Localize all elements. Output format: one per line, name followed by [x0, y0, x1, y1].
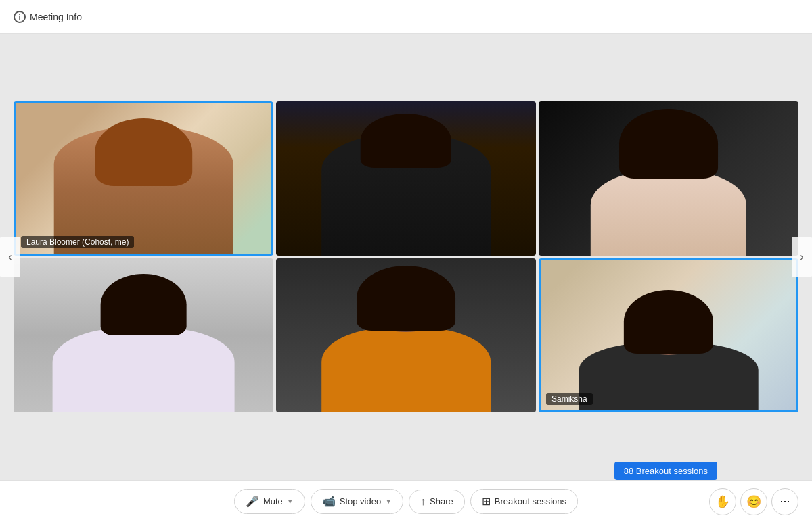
video-grid: Laura Bloomer (Cohost, me)	[14, 101, 798, 412]
toolbar: 🎤 Mute ▼ 📹 Stop video ▼ ↑ Share ⊞ Breako…	[0, 480, 812, 522]
person-body-3	[591, 171, 746, 256]
person-hair-3	[619, 109, 718, 179]
person-body-4	[53, 328, 235, 412]
meeting-info-button[interactable]: i Meeting Info	[8, 8, 87, 26]
emoji-button[interactable]: 😊	[740, 488, 767, 515]
left-arrow-icon: ‹	[8, 251, 12, 263]
nav-arrow-left[interactable]: ‹	[0, 237, 20, 277]
top-bar: i Meeting Info	[0, 0, 812, 34]
stop-video-label: Stop video	[340, 496, 381, 506]
tile-bg-laura	[16, 103, 271, 254]
video-tile-participant5	[276, 258, 536, 412]
tile-bg-4	[14, 258, 273, 412]
breakout-label: Breakout sessions	[636, 466, 708, 476]
more-options-icon: ···	[780, 494, 790, 508]
breakout-sessions-badge: 88 Breakout sessions	[614, 462, 717, 480]
share-icon: ↑	[420, 496, 426, 508]
stop-video-button[interactable]: 📹 Stop video ▼	[311, 489, 403, 514]
camera-icon: 📹	[322, 495, 336, 508]
mute-label: Mute	[263, 496, 283, 506]
video-tile-participant3	[539, 101, 798, 256]
tile-bg-5	[276, 258, 536, 412]
video-tile-samiksha: Samiksha	[539, 258, 798, 412]
share-button[interactable]: ↑ Share	[409, 490, 465, 514]
right-arrow-icon: ›	[800, 251, 803, 263]
person-hair-samiksha	[624, 290, 713, 353]
info-icon: i	[14, 11, 26, 23]
person-hair	[95, 118, 192, 186]
video-tile-laura: Laura Bloomer (Cohost, me)	[14, 101, 273, 256]
meeting-info-label: Meeting Info	[30, 11, 82, 22]
breakout-count: 88	[624, 466, 633, 476]
person-hair-5	[357, 266, 455, 331]
breakout-sessions-button[interactable]: ⊞ Breakout sessions	[470, 489, 578, 514]
toolbar-right-icons: ✋ 😊 ···	[709, 488, 798, 515]
tile-bg-samiksha	[541, 260, 796, 410]
person-hair-4	[101, 274, 187, 335]
emoji-icon: 😊	[746, 494, 761, 509]
tile-bg-3	[539, 101, 798, 256]
participant-name-samiksha: Samiksha	[546, 393, 593, 405]
microphone-icon: 🎤	[246, 495, 259, 508]
person-body-5	[321, 328, 491, 412]
mute-chevron-icon: ▼	[287, 498, 294, 505]
breakout-icon: ⊞	[482, 495, 491, 508]
share-label: Share	[430, 496, 453, 506]
hand-raise-button[interactable]: ✋	[709, 488, 736, 515]
more-options-button[interactable]: ···	[771, 488, 798, 515]
person-hair-2	[361, 114, 451, 168]
hand-raise-icon: ✋	[715, 494, 730, 509]
stop-video-chevron-icon: ▼	[385, 498, 392, 505]
participant-name-laura: Laura Bloomer (Cohost, me)	[21, 236, 134, 248]
video-area: ‹ Laura Bloomer (Cohost, me)	[0, 34, 812, 480]
breakout-sessions-label: Breakout sessions	[495, 496, 566, 506]
nav-arrow-right[interactable]: ›	[792, 237, 812, 277]
video-tile-participant4	[14, 258, 273, 412]
video-tile-participant2	[276, 101, 536, 256]
mute-button[interactable]: 🎤 Mute ▼	[234, 489, 305, 514]
tile-bg-2	[276, 101, 536, 256]
